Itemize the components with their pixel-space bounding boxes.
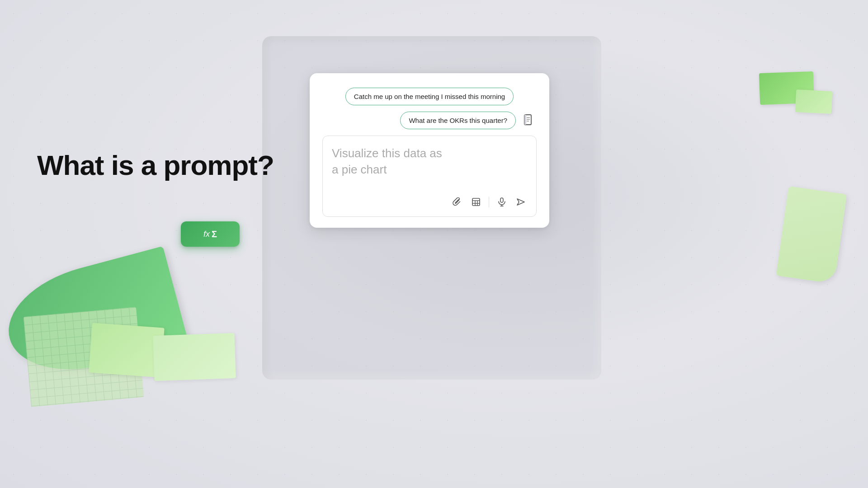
deco-sticky-top-right-2 <box>795 89 833 114</box>
attach-button[interactable] <box>449 194 465 210</box>
excel-sigma-label: Σ <box>212 229 217 239</box>
chip-row-2: What are the OKRs this quarter? <box>322 112 537 129</box>
chip-meeting[interactable]: Catch me up on the meeting I missed this… <box>345 88 514 105</box>
svg-rect-1 <box>524 115 526 125</box>
input-toolbar <box>449 194 529 210</box>
chip-okr-text: What are the OKRs this quarter? <box>409 117 507 124</box>
excel-formula-button[interactable]: fx Σ <box>181 221 240 247</box>
chip-row-1: Catch me up on the meeting I missed this… <box>322 88 537 105</box>
deco-sticky-bl-2 <box>153 333 236 381</box>
svg-rect-5 <box>472 198 480 206</box>
svg-rect-10 <box>500 198 503 202</box>
main-heading: What is a prompt? <box>37 149 274 181</box>
excel-fx-label: fx <box>203 230 210 239</box>
heading-text: What is a prompt? <box>37 150 274 181</box>
book-icon[interactable] <box>520 113 537 129</box>
chip-meeting-text: Catch me up on the meeting I missed this… <box>354 93 505 100</box>
table-button[interactable] <box>468 194 484 210</box>
mic-button[interactable] <box>494 194 510 210</box>
toolbar-divider <box>489 197 489 207</box>
chat-card: Catch me up on the meeting I missed this… <box>310 73 549 228</box>
prompt-input-area[interactable]: Visualize this data asa pie chart <box>322 136 537 217</box>
send-button[interactable] <box>513 194 529 210</box>
chip-okr[interactable]: What are the OKRs this quarter? <box>400 112 516 129</box>
input-placeholder-text: Visualize this data asa pie chart <box>332 145 527 178</box>
